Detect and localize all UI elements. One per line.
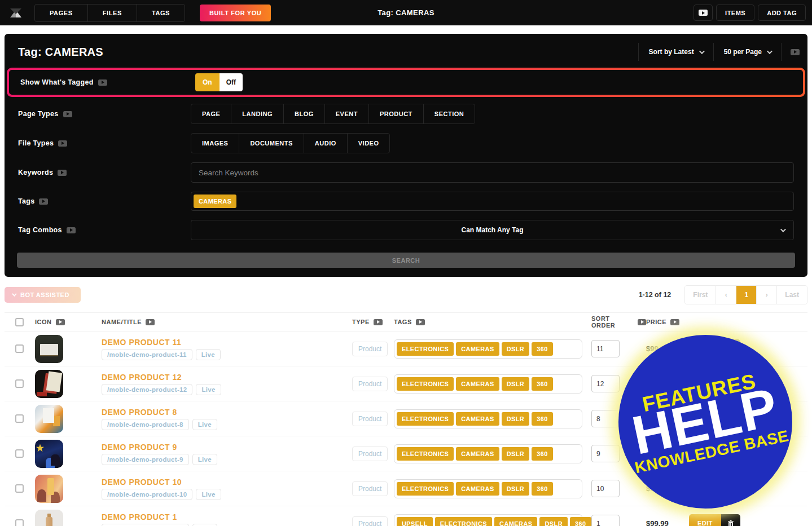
tag-pill[interactable]: DSLR: [502, 482, 530, 496]
nav-pages-button[interactable]: PAGES: [35, 5, 87, 21]
product-title-link[interactable]: DEMO PRODUCT 1: [102, 512, 352, 521]
sort-order-input[interactable]: [591, 340, 620, 357]
tag-pill[interactable]: CAMERAS: [456, 377, 499, 391]
selected-tags-field[interactable]: CAMERAS: [191, 192, 794, 211]
tag-pill[interactable]: DSLR: [539, 517, 568, 526]
tag-pill[interactable]: UPSELL: [397, 517, 433, 526]
file-type-button[interactable]: AUDIO: [304, 134, 348, 153]
tag-pill[interactable]: 360: [570, 517, 591, 526]
tags-box[interactable]: ELECTRONICSCAMERASDSLR360: [394, 409, 582, 428]
tag-pill[interactable]: ELECTRONICS: [397, 412, 454, 426]
product-title-link[interactable]: DEMO PRODUCT 9: [102, 443, 352, 452]
pagination-first-button[interactable]: First: [685, 286, 716, 304]
product-thumbnail[interactable]: [35, 510, 63, 526]
sort-by-dropdown[interactable]: Sort by Latest: [638, 43, 713, 61]
tutorial-video-icon[interactable]: [791, 49, 800, 55]
tag-pill[interactable]: CAMERAS: [494, 517, 537, 526]
tag-pill[interactable]: 360: [532, 447, 553, 461]
row-checkbox[interactable]: [15, 519, 24, 526]
tag-pill[interactable]: 360: [532, 342, 553, 356]
tag-pill[interactable]: ELECTRONICS: [435, 517, 492, 526]
pagination-prev-button[interactable]: ‹: [716, 286, 736, 304]
video-icon[interactable]: [58, 140, 67, 147]
sort-order-input[interactable]: [591, 480, 620, 497]
selected-tag-pill[interactable]: CAMERAS: [194, 195, 236, 208]
delete-button[interactable]: [721, 514, 740, 526]
row-checkbox[interactable]: [15, 484, 24, 493]
page-type-button[interactable]: LANDING: [231, 104, 284, 123]
video-icon[interactable]: [63, 111, 72, 117]
toggle-off-button[interactable]: Off: [220, 73, 243, 91]
sort-order-input[interactable]: [591, 410, 620, 427]
page-type-button[interactable]: PRODUCT: [369, 104, 424, 123]
tag-pill[interactable]: DSLR: [502, 412, 530, 426]
tags-box[interactable]: UPSELLELECTRONICSCAMERASDSLR360: [394, 514, 582, 526]
page-type-button[interactable]: SECTION: [424, 104, 475, 123]
product-slug-badge[interactable]: /moble-demo-product-8: [102, 419, 189, 430]
product-slug-badge[interactable]: /moble-demo-product-11: [102, 349, 192, 360]
moble-logo-icon[interactable]: [7, 5, 24, 21]
product-thumbnail[interactable]: [35, 475, 63, 503]
add-tag-button[interactable]: ADD TAG: [758, 5, 806, 21]
tag-pill[interactable]: ELECTRONICS: [397, 377, 454, 391]
product-title-link[interactable]: DEMO PRODUCT 11: [102, 338, 352, 347]
edit-button[interactable]: EDIT: [689, 514, 721, 526]
product-slug-badge[interactable]: /moble-demo-product-9: [102, 454, 189, 465]
tags-box[interactable]: ELECTRONICSCAMERASDSLR360: [394, 374, 582, 394]
sort-order-input[interactable]: [591, 445, 620, 462]
page-type-button[interactable]: PAGE: [191, 104, 231, 123]
tag-pill[interactable]: DSLR: [502, 377, 530, 391]
tags-box[interactable]: ELECTRONICSCAMERASDSLR360: [394, 339, 582, 359]
bot-assisted-button[interactable]: BOT ASSISTED: [5, 287, 81, 303]
tags-box[interactable]: ELECTRONICSCAMERASDSLR360: [394, 479, 582, 498]
tag-pill[interactable]: ELECTRONICS: [397, 447, 454, 461]
pagination-last-button[interactable]: Last: [777, 286, 807, 304]
tag-pill[interactable]: CAMERAS: [456, 412, 499, 426]
row-checkbox[interactable]: [15, 379, 24, 388]
file-type-button[interactable]: VIDEO: [348, 134, 390, 153]
help-knowledge-base-badge[interactable]: FEATURES HELP KNOWLEDGE BASE: [618, 335, 792, 509]
product-thumbnail[interactable]: [35, 335, 63, 363]
row-checkbox[interactable]: [15, 449, 24, 458]
select-all-checkbox[interactable]: [15, 318, 24, 326]
tag-pill[interactable]: 360: [532, 377, 553, 391]
tag-pill[interactable]: CAMERAS: [456, 447, 499, 461]
product-slug-badge[interactable]: /moble-demo-product-1: [102, 524, 189, 526]
nav-files-button[interactable]: FILES: [87, 5, 137, 21]
video-icon[interactable]: [56, 319, 65, 325]
per-page-dropdown[interactable]: 50 per Page: [713, 43, 782, 61]
pagination-next-button[interactable]: ›: [757, 286, 777, 304]
product-title-link[interactable]: DEMO PRODUCT 10: [102, 478, 352, 487]
tag-pill[interactable]: ELECTRONICS: [397, 342, 454, 356]
nav-tags-button[interactable]: TAGS: [137, 5, 185, 21]
video-icon[interactable]: [67, 227, 76, 233]
product-title-link[interactable]: DEMO PRODUCT 8: [102, 408, 352, 417]
tag-pill[interactable]: 360: [532, 482, 553, 496]
tag-pill[interactable]: DSLR: [502, 342, 530, 356]
video-icon[interactable]: [58, 170, 67, 176]
file-type-button[interactable]: IMAGES: [191, 134, 239, 153]
tag-pill[interactable]: 360: [532, 412, 553, 426]
video-icon[interactable]: [670, 319, 679, 325]
product-title-link[interactable]: DEMO PRODUCT 12: [102, 373, 352, 382]
tag-pill[interactable]: CAMERAS: [456, 482, 499, 496]
product-thumbnail[interactable]: [35, 405, 63, 433]
video-icon[interactable]: [98, 79, 107, 86]
file-type-button[interactable]: DOCUMENTS: [239, 134, 304, 153]
row-checkbox[interactable]: [15, 344, 24, 353]
sort-order-input[interactable]: [591, 375, 620, 392]
tag-pill[interactable]: DSLR: [502, 447, 530, 461]
product-thumbnail[interactable]: [35, 440, 63, 468]
pagination-page-1-button[interactable]: 1: [736, 286, 757, 304]
items-button[interactable]: ITEMS: [716, 5, 754, 21]
row-checkbox[interactable]: [15, 414, 24, 423]
video-icon[interactable]: [146, 319, 155, 325]
toggle-on-button[interactable]: On: [195, 73, 220, 91]
tag-pill[interactable]: ELECTRONICS: [397, 482, 454, 496]
sort-order-input[interactable]: [591, 515, 620, 526]
video-icon[interactable]: [416, 319, 425, 325]
tag-pill[interactable]: CAMERAS: [456, 342, 499, 356]
video-icon[interactable]: [39, 198, 48, 205]
page-type-button[interactable]: BLOG: [284, 104, 325, 123]
video-icon[interactable]: [374, 319, 383, 325]
